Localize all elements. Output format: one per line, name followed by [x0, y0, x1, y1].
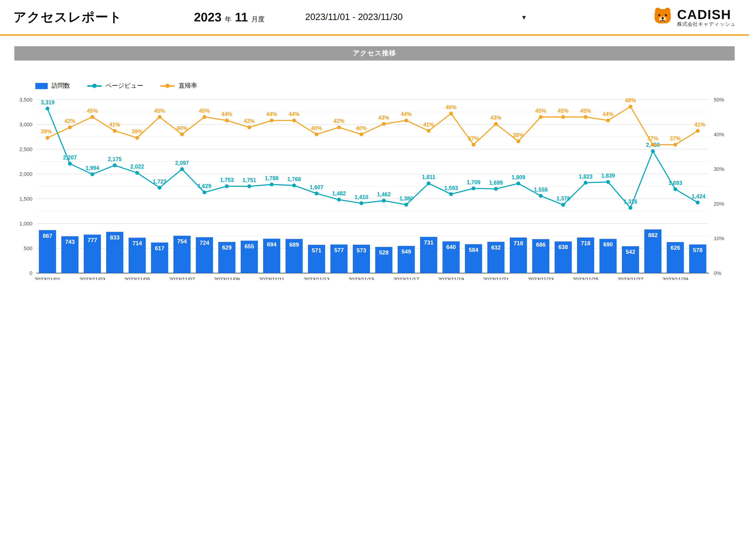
svg-text:1,693: 1,693	[668, 180, 682, 186]
svg-text:549: 549	[402, 248, 411, 255]
svg-text:37%: 37%	[647, 135, 658, 141]
svg-text:3,000: 3,000	[19, 121, 33, 128]
svg-text:724: 724	[200, 240, 210, 246]
svg-text:45%: 45%	[154, 108, 165, 114]
svg-text:1,462: 1,462	[377, 192, 391, 198]
svg-text:1,709: 1,709	[467, 179, 480, 185]
svg-text:638: 638	[558, 244, 568, 250]
svg-text:1,500: 1,500	[19, 196, 33, 202]
svg-text:500: 500	[24, 245, 33, 251]
date-range-dropdown[interactable]: 2023/11/01 - 2023/11/30 ▼	[305, 12, 527, 22]
svg-text:690: 690	[603, 241, 613, 248]
svg-text:44%: 44%	[602, 111, 614, 117]
svg-text:833: 833	[110, 234, 120, 241]
access-report-page: アクセスレポート 2023 年 11 月度 2023/11/01 - 2023/…	[0, 0, 749, 280]
combo-chart-legend: 訪問数 ページビュー 直帰率	[35, 82, 749, 90]
svg-text:42%: 42%	[64, 118, 76, 124]
svg-text:2,022: 2,022	[130, 163, 144, 170]
svg-text:44%: 44%	[401, 111, 412, 117]
svg-text:40%: 40%	[714, 132, 724, 137]
svg-text:2023/11/03: 2023/11/03	[80, 276, 105, 280]
svg-text:1,316: 1,316	[623, 199, 637, 205]
svg-text:1,629: 1,629	[197, 183, 211, 189]
svg-text:45%: 45%	[87, 108, 98, 114]
header: アクセスレポート 2023 年 11 月度 2023/11/01 - 2023/…	[0, 0, 749, 36]
svg-text:1,839: 1,839	[601, 173, 615, 179]
report-period: 2023 年 11 月度	[194, 10, 265, 25]
svg-text:2,207: 2,207	[63, 154, 77, 161]
svg-text:44%: 44%	[288, 111, 300, 117]
svg-text:571: 571	[312, 247, 321, 253]
dropdown-caret-icon: ▼	[521, 14, 527, 21]
bear-logo-icon	[653, 6, 673, 28]
svg-text:41%: 41%	[694, 121, 705, 128]
svg-text:777: 777	[88, 237, 97, 243]
cadish-logo: CADISH 株式会社キャディッシュ	[653, 6, 736, 28]
svg-text:1,811: 1,811	[422, 174, 435, 180]
page-title: アクセスレポート	[13, 8, 122, 26]
svg-text:2023/11/07: 2023/11/07	[169, 276, 195, 280]
svg-text:1,410: 1,410	[355, 194, 368, 200]
legend-label: ページビュー	[105, 82, 143, 90]
legend-label: 訪問数	[51, 82, 70, 90]
svg-text:43%: 43%	[490, 115, 501, 121]
logo-company: 株式会社キャディッシュ	[677, 21, 736, 27]
svg-text:578: 578	[693, 247, 703, 253]
svg-text:2023/11/15: 2023/11/15	[348, 276, 374, 280]
svg-text:0: 0	[29, 270, 33, 276]
svg-text:1,723: 1,723	[153, 178, 167, 185]
svg-text:1,699: 1,699	[489, 180, 503, 186]
access-trend-combo-chart: 05001,0001,5002,0002,5003,0003,5000%10%2…	[13, 91, 749, 280]
legend-item-pageview: ページビュー	[87, 82, 143, 90]
logo-text: CADISH 株式会社キャディッシュ	[677, 8, 736, 27]
legend-item-bounce: 直帰率	[160, 82, 197, 90]
svg-text:2023/11/19: 2023/11/19	[438, 276, 464, 280]
legend-label: 直帰率	[178, 82, 197, 90]
svg-text:573: 573	[357, 247, 366, 253]
svg-text:44%: 44%	[221, 111, 232, 117]
svg-text:2,000: 2,000	[19, 171, 33, 177]
svg-text:542: 542	[626, 249, 635, 255]
svg-text:867: 867	[43, 232, 52, 239]
svg-text:38%: 38%	[513, 132, 524, 138]
svg-text:2023/11/05: 2023/11/05	[124, 276, 150, 280]
svg-text:44%: 44%	[266, 111, 277, 117]
svg-text:1,788: 1,788	[265, 175, 279, 181]
y-axis-left-labels: 05001,0001,5002,0002,5003,0003,500	[19, 97, 33, 276]
svg-text:617: 617	[155, 245, 164, 251]
visits-swatch-icon	[35, 83, 48, 89]
svg-text:754: 754	[177, 238, 187, 245]
svg-text:2023/11/13: 2023/11/13	[304, 276, 329, 280]
svg-text:45%: 45%	[535, 108, 546, 114]
svg-text:577: 577	[334, 247, 344, 253]
legend-item-visits: 訪問数	[35, 82, 70, 90]
svg-text:42%: 42%	[244, 118, 255, 124]
svg-text:718: 718	[581, 240, 591, 246]
svg-text:1,753: 1,753	[220, 177, 234, 183]
svg-text:45%: 45%	[558, 108, 569, 114]
svg-text:882: 882	[648, 232, 658, 238]
svg-text:43%: 43%	[378, 115, 389, 121]
svg-text:2,500: 2,500	[19, 146, 33, 152]
svg-text:2023/11/11: 2023/11/11	[259, 276, 284, 280]
svg-text:2,175: 2,175	[108, 156, 122, 162]
svg-text:50%: 50%	[714, 97, 724, 103]
svg-text:2023/11/27: 2023/11/27	[618, 276, 643, 280]
svg-text:39%: 39%	[41, 129, 52, 135]
svg-text:3,319: 3,319	[41, 99, 55, 106]
svg-text:2023/11/29: 2023/11/29	[662, 276, 688, 280]
svg-text:2023/11/21: 2023/11/21	[483, 276, 509, 280]
svg-text:1,482: 1,482	[332, 191, 346, 197]
svg-text:686: 686	[536, 241, 545, 248]
svg-text:37%: 37%	[468, 135, 479, 141]
svg-text:528: 528	[379, 249, 389, 256]
svg-text:2023/11/23: 2023/11/23	[528, 276, 554, 280]
svg-text:2023/11/01: 2023/11/01	[35, 276, 60, 280]
svg-text:1,751: 1,751	[242, 177, 256, 183]
svg-text:45%: 45%	[580, 108, 591, 114]
svg-text:48%: 48%	[625, 97, 636, 104]
svg-text:584: 584	[469, 247, 478, 253]
svg-text:731: 731	[424, 239, 433, 246]
svg-text:41%: 41%	[109, 121, 120, 128]
svg-text:632: 632	[491, 244, 501, 251]
